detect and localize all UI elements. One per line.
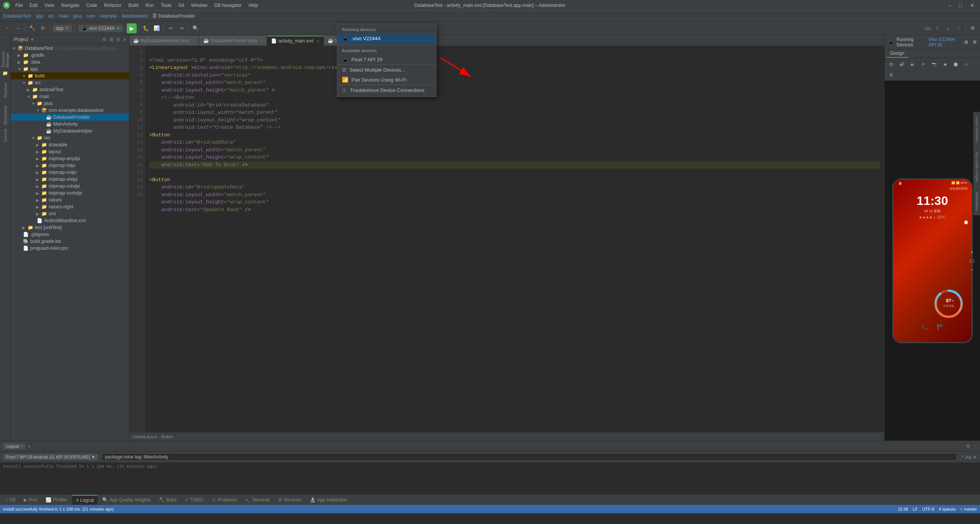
bc-button[interactable]: Button: [161, 434, 173, 439]
filter-regex-icon[interactable]: .*: [960, 454, 964, 460]
back-device-btn[interactable]: ◀: [940, 59, 950, 69]
tree-item-gitignore[interactable]: ▶ 📄 .gitignore: [11, 231, 129, 238]
tree-item-idea[interactable]: ▶ 📁 .idea: [11, 59, 129, 66]
tab-app-inspection[interactable]: 🔬 App Inspection: [306, 495, 351, 505]
tree-item-mipmap-anydpi[interactable]: ▶ 📁 mipmap-anydpi: [11, 155, 129, 162]
tab-app-quality[interactable]: 🔍 App Quality Insights: [98, 495, 154, 505]
bc-databasetest[interactable]: databasetest: [121, 13, 148, 19]
power-btn[interactable]: ⏻: [886, 59, 896, 69]
tab-logcat[interactable]: ≡ Logcat: [72, 495, 98, 505]
code-content[interactable]: <?xml version="1.0" encoding="utf-8"?> <…: [145, 46, 884, 432]
tree-item-mydatabasehelper[interactable]: ▶ ☕ MyDatabaseHelper: [11, 128, 129, 134]
tree-item-database-provider[interactable]: ▶ ☕ DatabaseProvider: [11, 114, 129, 121]
tree-expand-icon[interactable]: ⊞: [109, 37, 113, 42]
tree-item-layout[interactable]: ▶ 📁 layout: [11, 148, 129, 155]
git-checkmark[interactable]: ✓: [932, 23, 942, 33]
logcat-minimize-icon[interactable]: −: [974, 444, 977, 449]
fold-btn[interactable]: ⊞: [886, 70, 896, 80]
tree-item-buildgradle[interactable]: ▶ 🐘 build.gradle.kts: [11, 238, 129, 245]
redo-btn[interactable]: ↪: [176, 23, 186, 33]
structure-icon[interactable]: Structure: [1, 79, 10, 102]
tree-item-package[interactable]: ▼ 📦 com.example.databasetest: [11, 107, 129, 114]
undo-btn[interactable]: ↩: [166, 23, 176, 33]
menu-dbnavigator[interactable]: DB Navigator: [211, 2, 245, 9]
minimize-button[interactable]: −: [946, 2, 954, 9]
resource-manager-icon[interactable]: Resource Manager: [1, 37, 10, 67]
tree-item-gradle[interactable]: ▶ 📁 .gradle: [11, 52, 129, 59]
tree-item-androidtest[interactable]: ▶ 📁 androidTest: [11, 86, 129, 93]
tree-item-mainactivity[interactable]: ▶ ☕ MainActivity: [11, 121, 129, 128]
tree-item-mipmap-xhdpi[interactable]: ▶ 📁 mipmap-xhdpi: [11, 176, 129, 183]
app-selector[interactable]: app ▼: [53, 25, 72, 32]
dropdown-pair-wifi[interactable]: 📶 Pair Devices Using Wi-Fi: [337, 75, 436, 85]
zoom-in-btn[interactable]: +: [967, 247, 977, 257]
menu-help[interactable]: Help: [245, 2, 261, 9]
maximize-panel-icon[interactable]: ⊞: [964, 39, 968, 45]
app-quality-label-vert[interactable]: App Quality Insights: [974, 149, 980, 185]
tab-run[interactable]: ▶ Run: [20, 495, 41, 505]
tree-item-res[interactable]: ▼ 📁 res: [11, 134, 129, 141]
tree-item-drawable[interactable]: ▶ 📁 drawable: [11, 141, 129, 148]
logcat-filter-input[interactable]: [101, 453, 957, 461]
close-tab-3[interactable]: ✕: [317, 39, 320, 43]
dropdown-select-multiple[interactable]: ⊞ Select Multiple Devices...: [337, 65, 436, 75]
menu-code[interactable]: Code: [83, 2, 100, 9]
git-push[interactable]: ↑: [954, 23, 964, 33]
tab-git[interactable]: ⑂ Git: [2, 495, 19, 505]
tree-settings-icon[interactable]: ≡: [123, 37, 126, 42]
tree-item-values-night[interactable]: ▶ 📁 values-night: [11, 203, 129, 210]
device-filter-btn[interactable]: Pixel 7 API 29 Android 10, API 29 [OFFLI…: [3, 454, 98, 460]
tree-item-databasetest[interactable]: ▼ 📦 DatabaseTest D:/project/android-proj…: [11, 45, 129, 52]
tree-item-mipmap-xxhdpi[interactable]: ▶ 📁 mipmap-xxhdpi: [11, 183, 129, 190]
bc-databas-provider[interactable]: 🗄 DatabaseProvider: [152, 13, 195, 19]
tab-todo[interactable]: ✓ TODO: [181, 495, 207, 505]
logcat-add-btn[interactable]: +: [28, 443, 31, 449]
tree-item-values[interactable]: ▶ 📁 values: [11, 196, 129, 203]
filter-clear-icon[interactable]: ✕: [973, 454, 977, 460]
debug-button[interactable]: 🐛: [141, 23, 151, 33]
menu-build[interactable]: Build: [125, 2, 142, 9]
menu-file[interactable]: File: [12, 2, 26, 9]
tree-collapse-icon[interactable]: ⊟: [116, 37, 120, 42]
search-btn[interactable]: 🔍: [191, 23, 201, 33]
tree-item-mipmap-hdpi[interactable]: ▶ 📁 mipmap-hdpi: [11, 162, 129, 169]
project-icon[interactable]: 📁: [1, 69, 10, 77]
tree-gear-icon[interactable]: ⚙: [102, 37, 106, 42]
logcat-settings-icon[interactable]: ⚙: [966, 444, 970, 449]
vol-up-btn[interactable]: 🔊: [897, 59, 907, 69]
zoom-out-btn[interactable]: −: [967, 265, 977, 275]
bc-app[interactable]: app: [36, 13, 43, 19]
tab-activity-main[interactable]: 📄 activity_main.xml ✕: [267, 36, 323, 46]
commit-icon[interactable]: Commit: [1, 128, 10, 143]
tab-build[interactable]: 🔨 Build: [155, 495, 180, 505]
tree-item-app[interactable]: ▼ 📁 app: [11, 66, 129, 72]
menu-edit[interactable]: Edit: [26, 2, 41, 9]
tab-databaseprovider[interactable]: ☕ DatabaseProvider.java ✕: [199, 36, 267, 46]
close-tab-1[interactable]: ✕: [192, 39, 195, 43]
menu-navigate[interactable]: Navigate: [58, 2, 82, 9]
tree-item-xml[interactable]: ▶ 📁 xml: [11, 210, 129, 217]
dropdown-troubleshoot[interactable]: ⚠ Troubleshoot Device Connections: [337, 85, 436, 95]
logcat-tab[interactable]: Logcat ×: [3, 443, 25, 449]
menu-tools[interactable]: Tools: [158, 2, 175, 9]
tab-mydatabasehelper[interactable]: ☕ MyDatabaseHelper.java ✕: [129, 36, 199, 46]
tree-item-java[interactable]: ▼ 📁 java: [11, 100, 129, 107]
menu-window[interactable]: Window: [188, 2, 211, 9]
bc-java[interactable]: java: [73, 13, 82, 19]
maximize-button[interactable]: □: [957, 2, 965, 9]
close-tab-2[interactable]: ✕: [260, 39, 263, 43]
code-editor[interactable]: 12345 678910 1112131415 1617181920 <?xml…: [129, 46, 884, 432]
git-update[interactable]: ↓: [943, 23, 953, 33]
bc-src[interactable]: src: [48, 13, 54, 19]
bc-main[interactable]: main: [59, 13, 69, 19]
logcat-close-btn[interactable]: ×: [20, 444, 22, 448]
build-btn[interactable]: 🔨: [27, 23, 37, 33]
close-button[interactable]: ✕: [968, 2, 977, 9]
tab-profiler[interactable]: 📈 Profiler: [42, 495, 71, 505]
settings-btn[interactable]: ⚙: [968, 23, 978, 33]
back-button[interactable]: ←: [2, 23, 12, 33]
bc-project[interactable]: DatabaseTest: [3, 13, 31, 19]
device-selector[interactable]: 📱 vivo V2244A ▼: [78, 25, 123, 32]
forward-button[interactable]: →: [13, 23, 23, 33]
tab-terminal[interactable]: >_ Terminal: [242, 495, 273, 505]
